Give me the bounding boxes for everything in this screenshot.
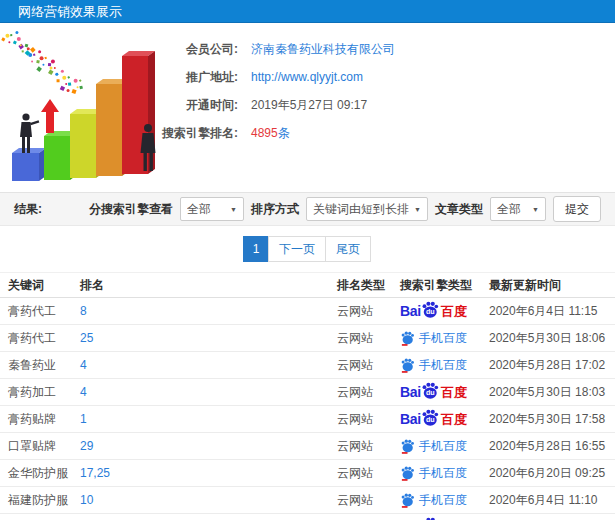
engine-filter-value: 全部 bbox=[187, 201, 211, 218]
baidu-mobile-logo: 手机百度 bbox=[400, 439, 467, 454]
baidu-paw-icon bbox=[400, 466, 415, 481]
keyword-cell: 金华防护服 bbox=[0, 465, 80, 482]
confetti-dot bbox=[60, 86, 65, 91]
baidu-paw-icon: du bbox=[420, 517, 440, 520]
svg-text:du: du bbox=[426, 416, 435, 424]
article-type-label: 文章类型 bbox=[435, 201, 483, 218]
rank-cell[interactable]: 17,25 bbox=[80, 466, 337, 480]
baidu-paw-icon bbox=[400, 439, 415, 454]
engine-cell: 手机百度 bbox=[400, 331, 489, 346]
engine-filter-label: 分搜索引擎查看 bbox=[89, 201, 173, 218]
column-header: 最新更新时间 bbox=[489, 277, 615, 294]
businessman-left bbox=[20, 113, 39, 153]
baidu-pc-logo: Baidu百度 bbox=[400, 301, 467, 322]
confetti-dot bbox=[74, 79, 78, 83]
baidu-mobile-label: 手机百度 bbox=[419, 494, 467, 506]
confetti-dot bbox=[20, 44, 22, 46]
baidu-mobile-label: 手机百度 bbox=[419, 467, 467, 479]
confetti-dot bbox=[77, 86, 79, 88]
sort-filter-value: 关键词由短到长排序 bbox=[313, 201, 409, 218]
rank-type-cell: 云网站 bbox=[337, 465, 400, 482]
keyword-cell: 口罩贴牌 bbox=[0, 438, 80, 455]
submit-button[interactable]: 提交 bbox=[553, 196, 601, 222]
confetti-dot bbox=[38, 50, 41, 53]
rank-cell[interactable]: 10 bbox=[80, 493, 337, 507]
sort-filter-select[interactable]: 关键词由短到长排序 ▼ bbox=[306, 197, 428, 221]
table-body: 膏药代工8云网站Baidu百度2020年6月4日 11:15膏药代工25云网站手… bbox=[0, 298, 615, 520]
next-page-button[interactable]: 下一页 bbox=[268, 236, 326, 262]
confetti-dot bbox=[44, 57, 47, 60]
confetti-dot bbox=[22, 50, 24, 52]
keyword-cell: 膏药加工 bbox=[0, 384, 80, 401]
confetti-dot bbox=[54, 67, 56, 69]
engine-cell: Baidu百度 bbox=[400, 517, 489, 520]
confetti-dot bbox=[10, 34, 12, 36]
engine-cell: Baidu百度 bbox=[400, 409, 489, 430]
table-row: 福建防护服10云网站手机百度2020年6月4日 11:10 bbox=[0, 487, 615, 514]
keyword-cell: 秦鲁药业 bbox=[0, 357, 80, 374]
page-title: 网络营销效果展示 bbox=[18, 4, 122, 19]
growth-arrow bbox=[41, 99, 59, 133]
rank-cell[interactable]: 4 bbox=[80, 358, 337, 372]
pagination-area: 1 下一页 尾页 bbox=[0, 226, 615, 272]
baidu-mobile-label: 手机百度 bbox=[419, 332, 467, 344]
rank-cell[interactable]: 1 bbox=[80, 412, 337, 426]
updated-time-cell: 2020年5月30日 18:03 bbox=[489, 384, 615, 401]
confetti-dot bbox=[57, 79, 60, 82]
rank-type-cell: 云网站 bbox=[337, 357, 400, 374]
table-row: 膏药代工8云网站Baidu百度2020年6月4日 11:15 bbox=[0, 298, 615, 325]
confetti-dot bbox=[65, 83, 67, 85]
baidu-logo-cn: 百度 bbox=[441, 305, 467, 318]
confetti-dot bbox=[40, 56, 44, 60]
engine-filter-select[interactable]: 全部 ▼ bbox=[180, 197, 244, 221]
table-row: Baidu百度 bbox=[0, 514, 615, 520]
table-row: 金华防护服17,25云网站手机百度2020年6月20日 09:25 bbox=[0, 460, 615, 487]
confetti-dot bbox=[5, 34, 9, 38]
confetti-dot bbox=[67, 89, 70, 92]
filter-controls: 分搜索引擎查看 全部 ▼ 排序方式 关键词由短到长排序 ▼ 文章类型 全部 ▼ … bbox=[89, 196, 601, 222]
confetti-dot bbox=[33, 53, 35, 55]
filter-bar: 结果: 分搜索引擎查看 全部 ▼ 排序方式 关键词由短到长排序 ▼ 文章类型 全… bbox=[0, 192, 615, 226]
confetti-dots bbox=[0, 29, 83, 94]
member-info-section: 会员公司:济南秦鲁药业科技有限公司推广地址:http://www.qlyyjt.… bbox=[0, 23, 615, 192]
info-value[interactable]: 济南秦鲁药业科技有限公司 bbox=[251, 41, 395, 58]
rank-cell[interactable]: 8 bbox=[80, 304, 337, 318]
confetti-dot bbox=[8, 41, 10, 43]
rank-cell[interactable]: 25 bbox=[80, 331, 337, 345]
baidu-paw-icon bbox=[400, 493, 415, 508]
confetti-dot bbox=[42, 64, 44, 66]
engine-cell: 手机百度 bbox=[400, 466, 489, 481]
page-button-1[interactable]: 1 bbox=[243, 236, 269, 262]
baidu-logo-bai: Bai bbox=[400, 385, 421, 399]
info-list: 会员公司:济南秦鲁药业科技有限公司推广地址:http://www.qlyyjt.… bbox=[118, 35, 395, 147]
updated-time-cell: 2020年6月4日 11:10 bbox=[489, 492, 615, 509]
baidu-pc-logo: Baidu百度 bbox=[400, 409, 467, 430]
table-row: 口罩贴牌29云网站手机百度2020年5月28日 16:55 bbox=[0, 433, 615, 460]
rank-type-cell: 云网站 bbox=[337, 303, 400, 320]
info-value[interactable]: http://www.qlyyjt.com bbox=[251, 70, 363, 84]
result-label: 结果: bbox=[14, 201, 42, 218]
column-header: 排名 bbox=[80, 277, 337, 294]
info-row: 搜索引擎排名:4895条 bbox=[118, 119, 395, 147]
confetti-dot bbox=[13, 41, 17, 45]
confetti-dot bbox=[48, 63, 51, 66]
rank-cell[interactable]: 4 bbox=[80, 385, 337, 399]
article-type-select[interactable]: 全部 ▼ bbox=[490, 197, 546, 221]
search-engine-rank-value: 4895条 bbox=[251, 125, 290, 142]
keyword-cell: 膏药代工 bbox=[0, 303, 80, 320]
caret-down-icon: ▼ bbox=[225, 206, 237, 213]
baidu-mobile-logo: 手机百度 bbox=[400, 493, 467, 508]
info-label: 推广地址: bbox=[118, 69, 238, 86]
column-header: 排名类型 bbox=[337, 277, 400, 294]
article-type-value: 全部 bbox=[497, 201, 521, 218]
engine-cell: 手机百度 bbox=[400, 493, 489, 508]
confetti-dot bbox=[25, 44, 29, 48]
marketing-report-page: 网络营销效果展示 bbox=[0, 0, 615, 520]
confetti-dot bbox=[67, 76, 70, 79]
rank-cell[interactable]: 29 bbox=[80, 439, 337, 453]
table-row: 秦鲁药业4云网站手机百度2020年5月28日 17:02 bbox=[0, 352, 615, 379]
updated-time-cell: 2020年5月28日 16:55 bbox=[489, 438, 615, 455]
confetti-dot bbox=[15, 31, 18, 34]
last-page-button[interactable]: 尾页 bbox=[325, 236, 371, 262]
baidu-mobile-label: 手机百度 bbox=[419, 359, 467, 371]
